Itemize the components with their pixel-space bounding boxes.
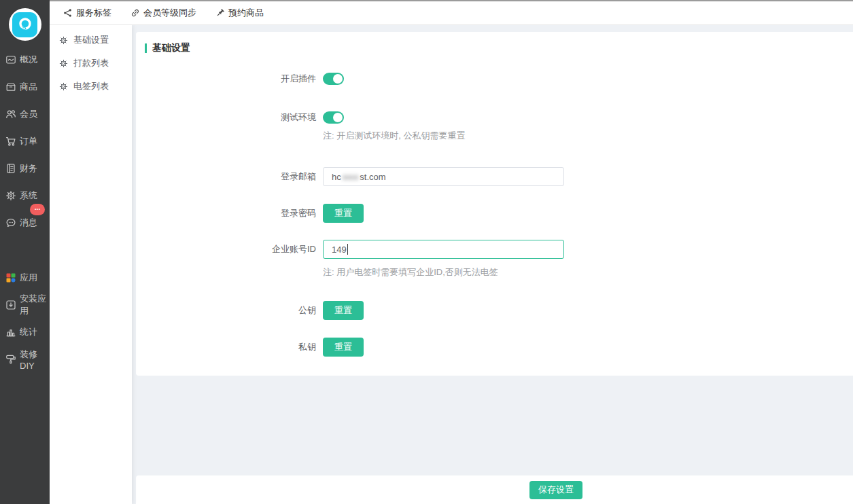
form-row-test-note: 注: 开启测试环境时, 公私钥需要重置 xyxy=(136,130,853,141)
gear-icon xyxy=(59,36,68,45)
public-key-label: 公钥 xyxy=(136,304,316,317)
app-window: 概况商品会员订单财务系统消息...应用安装应用统计装修DIY 服务标签会员等级同… xyxy=(0,0,853,504)
save-settings-button[interactable]: 保存设置 xyxy=(529,481,582,499)
subsidebar-item-label: 基础设置 xyxy=(73,34,109,46)
corp-id-note: 注: 用户电签时需要填写企业ID,否则无法电签 xyxy=(323,266,498,278)
gear-icon xyxy=(59,82,68,91)
diy-icon xyxy=(5,354,16,365)
email-value-blurred: ●●● xyxy=(343,172,359,182)
sidebar-item-member[interactable]: 会员 xyxy=(0,101,50,128)
sidebar-item-label: 装修DIY xyxy=(20,348,50,371)
sidebar-item-order[interactable]: 订单 xyxy=(0,128,50,155)
form-row-private-key: 私钥 重置 xyxy=(136,338,853,357)
email-input[interactable]: hc ●●● st.com xyxy=(323,167,564,186)
finance-icon xyxy=(5,163,16,174)
order-icon xyxy=(5,136,16,147)
form-row-password: 登录密码 重置 xyxy=(136,204,853,223)
email-value-suffix: st.com xyxy=(360,172,385,182)
sidebar-nav: 概况商品会员订单财务系统消息...应用安装应用统计装修DIY xyxy=(0,43,50,373)
app-logo[interactable] xyxy=(9,8,41,41)
form-row-public-key: 公钥 重置 xyxy=(136,301,853,320)
settings-card: 基础设置 开启插件 测试环境 注: 开启测试环境时, xyxy=(136,32,853,376)
corp-id-input[interactable]: 149 xyxy=(323,240,564,259)
message-badge: ... xyxy=(30,204,45,215)
sidebar-item-label: 统计 xyxy=(20,326,37,338)
password-reset-button[interactable]: 重置 xyxy=(323,204,364,223)
section-accent-bar xyxy=(145,43,147,53)
stats-icon xyxy=(5,327,16,338)
subsidebar-item-label: 打款列表 xyxy=(73,57,109,69)
gear-icon xyxy=(59,59,68,68)
member-icon xyxy=(5,109,16,120)
subsidebar-item-basic-settings[interactable]: 基础设置 xyxy=(50,29,132,52)
test-env-toggle[interactable] xyxy=(323,111,344,124)
public-key-reset-button[interactable]: 重置 xyxy=(323,301,364,320)
test-env-label: 测试环境 xyxy=(136,111,316,124)
section-title: 基础设置 xyxy=(152,42,190,54)
subsidebar-item-label: 电签列表 xyxy=(73,80,109,92)
plugin-toggle[interactable] xyxy=(323,73,344,85)
sidebar-item-overview[interactable]: 概况 xyxy=(0,46,50,73)
top-tab-label: 预约商品 xyxy=(228,7,264,19)
email-value-prefix: hc xyxy=(332,172,341,182)
private-key-reset-button[interactable]: 重置 xyxy=(323,338,364,357)
message-icon xyxy=(5,217,16,228)
secondary-nav: 基础设置打款列表电签列表 xyxy=(50,29,132,98)
sidebar-item-diy[interactable]: 装修DIY xyxy=(0,346,50,373)
sidebar-item-label: 商品 xyxy=(20,81,37,93)
system-icon xyxy=(5,190,16,201)
primary-sidebar: 概况商品会员订单财务系统消息...应用安装应用统计装修DIY xyxy=(0,0,50,504)
top-tab-label: 服务标签 xyxy=(76,7,111,19)
sidebar-item-label: 消息 xyxy=(20,217,37,229)
top-tab-reserve-goods[interactable]: 预约商品 xyxy=(215,7,264,19)
sidebar-item-label: 系统 xyxy=(20,190,37,202)
sidebar-item-label: 会员 xyxy=(20,108,37,120)
sidebar-item-label: 订单 xyxy=(20,135,37,147)
subsidebar-item-payment-list[interactable]: 打款列表 xyxy=(50,52,132,75)
top-tab-service-tags[interactable]: 服务标签 xyxy=(63,7,111,19)
secondary-sidebar: 基础设置打款列表电签列表 xyxy=(50,25,132,504)
section-header: 基础设置 xyxy=(136,32,853,54)
private-key-label: 私钥 xyxy=(136,341,316,353)
apps-icon xyxy=(5,272,16,283)
app-logo-icon xyxy=(12,12,37,37)
link-icon xyxy=(130,8,140,18)
subsidebar-item-esign-list[interactable]: 电签列表 xyxy=(50,75,132,98)
form-row-plugin: 开启插件 xyxy=(136,73,853,85)
footer-bar: 保存设置 xyxy=(136,475,853,504)
sidebar-item-label: 安装应用 xyxy=(20,293,50,317)
toggle-knob xyxy=(333,113,343,122)
overview-icon xyxy=(5,54,16,65)
corp-id-value: 149 xyxy=(332,245,347,255)
password-label: 登录密码 xyxy=(136,207,316,219)
sidebar-item-install-app[interactable]: 安装应用 xyxy=(0,291,50,319)
sidebar-item-stats[interactable]: 统计 xyxy=(0,319,50,346)
sidebar-item-label: 概况 xyxy=(20,54,37,66)
text-caret xyxy=(347,244,348,255)
plugin-label: 开启插件 xyxy=(136,73,316,85)
gavel-icon xyxy=(215,8,225,18)
form-row-corp-note: 注: 用户电签时需要填写企业ID,否则无法电签 xyxy=(136,267,853,278)
sidebar-item-label: 应用 xyxy=(20,272,37,284)
goods-icon xyxy=(5,82,16,92)
main-area: 基础设置 开启插件 测试环境 注: 开启测试环境时, xyxy=(132,25,853,504)
share-icon xyxy=(63,8,73,18)
top-tab-label: 会员等级同步 xyxy=(143,7,196,19)
sidebar-item-apps[interactable]: 应用 xyxy=(0,264,50,291)
sidebar-item-label: 财务 xyxy=(20,162,37,175)
form-row-test-env: 测试环境 xyxy=(136,111,853,124)
sidebar-item-goods[interactable]: 商品 xyxy=(0,73,50,101)
logo-area xyxy=(0,0,50,43)
top-tabs: 服务标签会员等级同步预约商品 xyxy=(63,7,264,19)
form-row-corp-id: 企业账号ID 149 xyxy=(136,240,853,259)
email-label: 登录邮箱 xyxy=(136,170,316,183)
topbar: 服务标签会员等级同步预约商品 xyxy=(50,0,853,25)
sidebar-item-message[interactable]: 消息... xyxy=(0,209,50,236)
toggle-knob xyxy=(333,74,343,84)
top-tab-level-sync[interactable]: 会员等级同步 xyxy=(130,7,196,19)
form-row-email: 登录邮箱 hc ●●● st.com xyxy=(136,167,853,186)
sidebar-item-finance[interactable]: 财务 xyxy=(0,155,50,182)
install-app-icon xyxy=(5,300,16,310)
corp-id-label: 企业账号ID xyxy=(136,243,316,255)
test-env-note: 注: 开启测试环境时, 公私钥需要重置 xyxy=(323,130,465,142)
